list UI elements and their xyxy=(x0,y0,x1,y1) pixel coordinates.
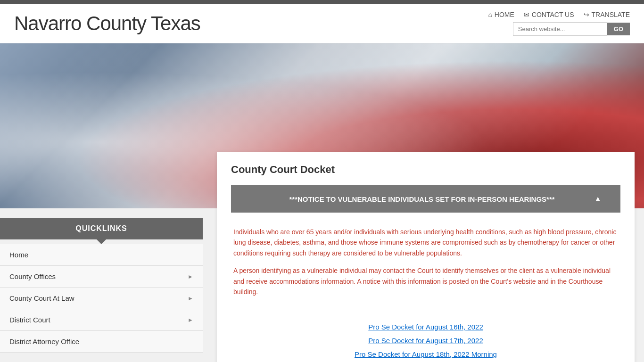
home-icon: ⌂ xyxy=(488,11,492,18)
main-layout: QUICKLINKS Home County Offices ► County … xyxy=(0,208,644,362)
home-nav-label: HOME xyxy=(495,11,514,18)
list-item: District Attorney Office xyxy=(0,331,203,353)
notice-body-paragraph-2: A person identifying as a vulnerable ind… xyxy=(233,265,618,297)
list-item: Home xyxy=(0,244,203,266)
site-header: Navarro County Texas ⌂ HOME ✉ CONTACT US… xyxy=(0,4,644,43)
docket-link-aug16[interactable]: Pro Se Docket for August 16th, 2022 xyxy=(231,323,620,331)
main-content: County Court Docket ***NOTICE TO VULNERA… xyxy=(203,208,644,362)
sidebar-item-label: District Attorney Office xyxy=(9,337,79,346)
contact-nav-link[interactable]: ✉ CONTACT US xyxy=(524,11,574,18)
list-item: County Offices ► xyxy=(0,266,203,288)
contact-nav-label: CONTACT US xyxy=(532,11,574,18)
notice-body-paragraph-1: Individuals who are over 65 years and/or… xyxy=(233,227,618,258)
notice-title: ***NOTICE TO VULNERABLE INDIVIDUALS SET … xyxy=(250,195,594,203)
page-title: County Court Docket xyxy=(231,164,620,176)
sidebar-item-county-court-at-law[interactable]: County Court At Law ► xyxy=(0,288,203,309)
chevron-right-icon: ► xyxy=(188,295,193,302)
sidebar-item-label: District Court xyxy=(9,316,50,324)
notice-arrow-icon: ▲ xyxy=(594,195,602,203)
content-panel: County Court Docket ***NOTICE TO VULNERA… xyxy=(217,152,635,362)
sidebar: QUICKLINKS Home County Offices ► County … xyxy=(0,208,203,362)
docket-link-aug18-morning[interactable]: Pro Se Docket for August 18th, 2022 Morn… xyxy=(231,350,620,358)
docket-links: Pro Se Docket for August 16th, 2022 Pro … xyxy=(231,323,620,358)
sidebar-item-district-court[interactable]: District Court ► xyxy=(0,309,203,330)
quicklinks-label: QUICKLINKS xyxy=(75,224,127,232)
chevron-right-icon: ► xyxy=(188,317,193,323)
docket-link-aug17[interactable]: Pro Se Docket for August 17th, 2022 xyxy=(231,337,620,345)
email-icon: ✉ xyxy=(524,11,529,18)
site-title: Navarro County Texas xyxy=(14,12,200,35)
header-nav: ⌂ HOME ✉ CONTACT US ↪ TRANSLATE xyxy=(488,11,630,18)
list-item: District Court ► xyxy=(0,309,203,331)
translate-nav-link[interactable]: ↪ TRANSLATE xyxy=(584,11,630,18)
search-input[interactable] xyxy=(513,22,607,36)
search-button[interactable]: GO xyxy=(607,23,630,35)
top-bar xyxy=(0,0,644,4)
sidebar-item-home[interactable]: Home xyxy=(0,244,203,265)
sidebar-item-district-attorney-office[interactable]: District Attorney Office xyxy=(0,331,203,352)
search-bar: GO xyxy=(513,22,630,36)
sidebar-item-label: Home xyxy=(9,251,28,259)
notice-box: ***NOTICE TO VULNERABLE INDIVIDUALS SET … xyxy=(231,185,620,213)
header-right: ⌂ HOME ✉ CONTACT US ↪ TRANSLATE GO xyxy=(488,11,630,36)
notice-body: Individuals who are over 65 years and/or… xyxy=(231,222,620,309)
sidebar-nav: Home County Offices ► County Court At La… xyxy=(0,244,203,353)
sidebar-item-label: County Court At Law xyxy=(9,294,74,302)
translate-nav-label: TRANSLATE xyxy=(592,11,630,18)
home-nav-link[interactable]: ⌂ HOME xyxy=(488,11,514,18)
quicklinks-header: QUICKLINKS xyxy=(0,218,203,239)
list-item: County Court At Law ► xyxy=(0,288,203,309)
sidebar-item-label: County Offices xyxy=(9,272,56,280)
translate-icon: ↪ xyxy=(584,11,589,18)
sidebar-item-county-offices[interactable]: County Offices ► xyxy=(0,266,203,287)
chevron-right-icon: ► xyxy=(188,273,193,280)
